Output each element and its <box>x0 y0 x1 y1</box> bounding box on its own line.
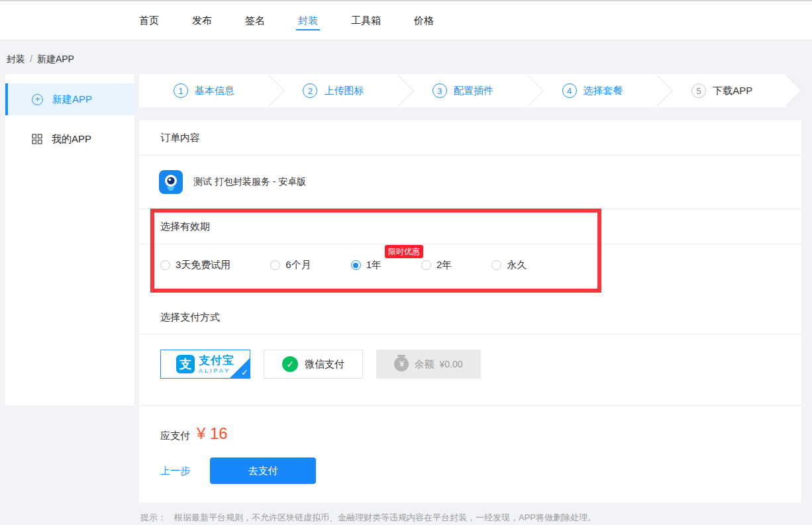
amount-due-value: ¥ 16 <box>197 424 228 443</box>
amount-due-label: 应支付 <box>160 430 190 442</box>
sidebar-item-my-app[interactable]: 我的APP <box>5 123 134 155</box>
breadcrumb-section[interactable]: 封装 <box>7 54 25 64</box>
sidebar: 新建APP 我的APP <box>5 74 134 405</box>
main-content: 1 基本信息 2 上传图标 3 配置插件 4 选择套餐 5 下载APP <box>139 74 801 524</box>
step-number: 4 <box>562 83 577 98</box>
nav-item-package[interactable]: 封装 <box>298 1 318 40</box>
radio-icon <box>270 260 280 270</box>
order-item-row: 测试 打包封装服务 - 安卓版 <box>139 156 801 209</box>
step-number: 3 <box>432 83 447 98</box>
payment-summary: 应支付 ¥ 16 <box>139 406 801 443</box>
sidebar-item-new-app[interactable]: 新建APP <box>5 83 134 115</box>
grid-icon <box>32 134 42 144</box>
selected-check-icon: ✓ <box>241 367 248 377</box>
radio-label: 2年 <box>436 259 452 271</box>
balance-amount: ¥0.00 <box>439 359 462 369</box>
validity-option-6months[interactable]: 6个月 <box>270 259 311 271</box>
step-label: 配置插件 <box>454 85 493 97</box>
step-download-app[interactable]: 5 下载APP <box>657 74 787 107</box>
step-number: 2 <box>303 83 317 98</box>
breadcrumb-page: 新建APP <box>37 54 74 64</box>
tip-text: 根据最新平台规则，不允许区块链虚拟币、金融理财类等违规内容在平台封装，一经发现，… <box>174 512 596 522</box>
app-icon <box>159 170 183 194</box>
step-label: 选择套餐 <box>584 85 623 97</box>
validity-options: 3天免费试用 6个月 1年 2年 永久 限时优惠 <box>139 244 801 293</box>
step-basic-info[interactable]: 1 基本信息 <box>139 74 269 107</box>
breadcrumb-separator: / <box>30 54 32 64</box>
footer-tip: 提示：根据最新平台规则，不允许区块链虚拟币、金融理财类等违规内容在平台封装，一经… <box>140 512 801 524</box>
alipay-brand: 支付宝 <box>199 355 234 366</box>
alipay-logo-icon: 支 <box>176 355 195 373</box>
top-nav: 首页 发布 签名 封装 工具箱 价格 <box>0 0 812 40</box>
radio-icon <box>491 260 501 270</box>
nav-item-publish[interactable]: 发布 <box>192 1 212 40</box>
radio-label: 3天免费试用 <box>176 259 230 271</box>
step-label: 基本信息 <box>195 85 234 97</box>
radio-checked-icon <box>351 260 361 270</box>
radio-label: 1年 <box>366 259 381 271</box>
payment-methods: 支 支付宝 ALIPAY ✓ ✓ 微信支付 余额 ¥0.00 <box>139 334 801 405</box>
validity-option-2years[interactable]: 2年 <box>421 259 452 271</box>
alipay-brand-en: ALIPAY <box>199 368 234 374</box>
payment-method-balance: 余额 ¥0.00 <box>376 350 481 379</box>
step-configure-plugins[interactable]: 3 配置插件 <box>398 74 528 107</box>
step-label: 上传图标 <box>324 85 364 97</box>
nav-item-toolbox[interactable]: 工具箱 <box>351 1 381 40</box>
radio-label: 永久 <box>507 259 527 271</box>
wechat-pay-label: 微信支付 <box>305 358 344 371</box>
previous-step-link[interactable]: 上一步 <box>160 465 190 477</box>
step-label: 下载APP <box>713 85 752 97</box>
validity-option-3day-trial[interactable]: 3天免费试用 <box>160 259 230 271</box>
go-to-pay-button[interactable]: 去支付 <box>210 457 316 484</box>
step-number: 1 <box>174 83 188 98</box>
sidebar-item-label: 新建APP <box>52 93 92 106</box>
radio-label: 6个月 <box>285 259 311 271</box>
payment-section-title: 选择支付方式 <box>139 293 801 334</box>
step-upload-icon[interactable]: 2 上传图标 <box>269 74 399 107</box>
wechat-pay-icon: ✓ <box>282 356 298 372</box>
step-number: 5 <box>691 83 706 98</box>
step-choose-plan[interactable]: 4 选择套餐 <box>528 74 658 107</box>
validity-option-1year[interactable]: 1年 <box>351 259 381 271</box>
action-bar: 上一步 去支付 <box>139 443 801 502</box>
plus-circle-icon <box>32 94 43 105</box>
balance-label: 余额 <box>414 358 434 371</box>
payment-method-alipay[interactable]: 支 支付宝 ALIPAY ✓ <box>160 350 250 379</box>
nav-item-home[interactable]: 首页 <box>139 1 159 40</box>
validity-section-title: 选择有效期 <box>139 209 801 244</box>
radio-icon <box>421 260 431 270</box>
sidebar-item-label: 我的APP <box>52 133 91 146</box>
payment-method-wechat[interactable]: ✓ 微信支付 <box>264 350 363 379</box>
order-panel: 订单内容 测试 打包封装服务 - 安卓版 选择有效期 3天免费试用 <box>139 120 801 502</box>
order-section-title: 订单内容 <box>139 120 801 155</box>
money-bag-icon <box>394 357 409 371</box>
nav-item-pricing[interactable]: 价格 <box>414 1 434 40</box>
radio-icon <box>160 260 170 270</box>
product-name: 测试 打包封装服务 - 安卓版 <box>193 176 306 188</box>
breadcrumb: 封装/新建APP <box>0 40 812 74</box>
nav-item-sign[interactable]: 签名 <box>245 1 265 40</box>
promo-badge: 限时优惠 <box>385 245 423 258</box>
step-wizard: 1 基本信息 2 上传图标 3 配置插件 4 选择套餐 5 下载APP <box>139 74 787 107</box>
validity-option-forever[interactable]: 永久 <box>491 259 527 271</box>
tip-label: 提示： <box>140 512 166 522</box>
